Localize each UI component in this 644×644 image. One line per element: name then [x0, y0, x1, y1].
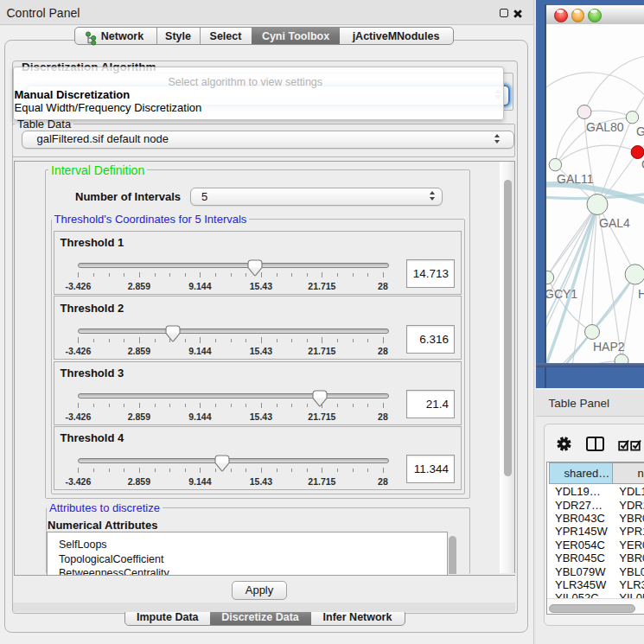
svg-text:GAL11: GAL11 [557, 172, 594, 186]
svg-text:GAL80: GAL80 [586, 120, 624, 134]
svg-text:H: H [638, 287, 644, 301]
svg-text:HAP2: HAP2 [593, 340, 625, 354]
svg-text:GA: GA [636, 124, 644, 138]
svg-text:GAL4: GAL4 [599, 216, 630, 230]
svg-text:GCY1: GCY1 [546, 287, 577, 301]
svg-text:C: C [641, 157, 644, 171]
